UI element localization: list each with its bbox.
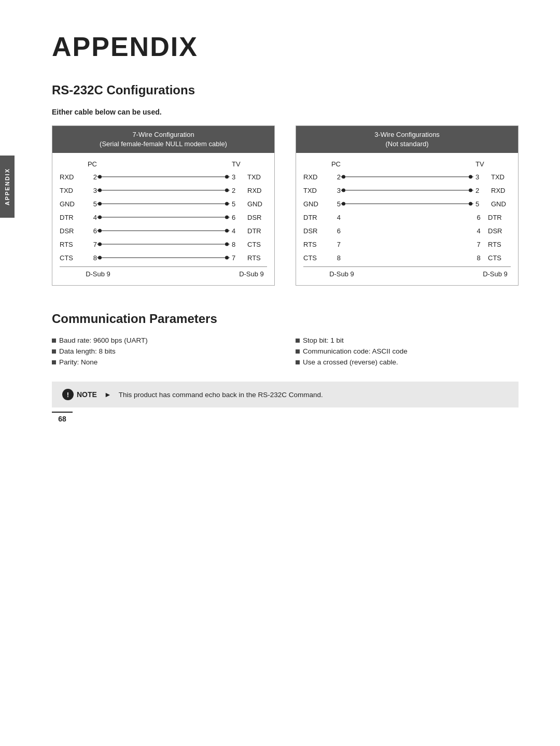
comm-params-title: Communication Parameters [52, 312, 519, 326]
wire-row-3-1: RXD 2 3 TXD [303, 171, 511, 182]
page-title: APPENDIX [52, 31, 519, 62]
left-label-3-1: RXD [303, 173, 326, 181]
config-7wire-body: PC TV RXD 2 3 TXD [52, 153, 274, 285]
wiring-section: 7-Wire Configuration (Serial female-fema… [52, 125, 519, 286]
bullet-cable [296, 360, 300, 364]
tv-pin-3-2: 2 [473, 187, 488, 194]
param-comm-code: Communication code: ASCII code [296, 347, 519, 355]
config-3wire: 3-Wire Configurations (Not standard) PC … [296, 125, 519, 286]
param-cable-text: Use a crossed (reverse) cable. [303, 358, 398, 366]
left-label-7-4: DTR [60, 214, 82, 221]
pc-pin-3-4: 4 [326, 214, 341, 221]
pc-pin-7-7: 8 [82, 254, 97, 262]
dsub-pc-7: D-Sub 9 [82, 270, 114, 278]
tv-label-7wire: TV [230, 160, 244, 168]
wire-7-2 [97, 186, 230, 194]
param-parity: Parity: None [52, 358, 275, 366]
wire-row-3-2: TXD 3 2 RXD [303, 185, 511, 196]
left-label-3-6: RTS [303, 241, 326, 248]
left-label-3-3: GND [303, 200, 326, 208]
wire-7-1 [97, 173, 230, 181]
left-label-3-4: DTR [303, 214, 326, 221]
dsub-tv-3: D-Sub 9 [480, 270, 511, 278]
sidebar: APPENDIX [0, 156, 15, 218]
left-label-7-3: GND [60, 200, 82, 208]
config-7wire-title: 7-Wire Configuration [58, 130, 269, 139]
wire-3-2 [341, 186, 473, 194]
pc-pin-3-7: 8 [326, 254, 341, 262]
tv-pin-7-6: 8 [230, 241, 244, 248]
wire-7-6 [97, 240, 230, 248]
note-word: NOTE [77, 390, 97, 399]
rs232-section-title: RS-232C Configurations [52, 83, 519, 97]
param-stop-bit: Stop bit: 1 bit [296, 336, 519, 344]
comm-params-grid: Baud rate: 9600 bps (UART) Stop bit: 1 b… [52, 336, 519, 366]
pc-pin-7-1: 2 [82, 173, 97, 181]
bullet-stop [296, 339, 300, 343]
wire-row-7-2: TXD 3 2 RXD [60, 185, 267, 196]
param-baud-text: Baud rate: 9600 bps (UART) [59, 336, 148, 344]
wire-row-3-3: GND 5 5 GND [303, 198, 511, 209]
right-label-3-4: DTR [488, 214, 511, 221]
wire-7-7 [97, 254, 230, 262]
tv-pin-3-7: 8 [473, 254, 484, 262]
right-label-7-1: TXD [244, 173, 267, 181]
wire-row-7-6: RTS 7 8 CTS [60, 238, 267, 250]
tv-pin-3-5: 4 [473, 227, 484, 235]
dsub-3wire: D-Sub 9 D-Sub 9 [303, 266, 511, 278]
dsub-pc-3: D-Sub 9 [326, 270, 357, 278]
tv-pin-7-1: 3 [230, 173, 244, 181]
right-label-7-4: DSR [244, 214, 267, 221]
comm-params-section: Communication Parameters Baud rate: 9600… [52, 312, 519, 366]
config-7wire-subtitle: (Serial female-female NULL modem cable) [58, 139, 269, 149]
tv-label-3wire: TV [473, 160, 488, 168]
tv-pin-3-4: 6 [473, 214, 484, 221]
left-label-7-7: CTS [60, 254, 82, 262]
right-label-3-3: GND [488, 200, 511, 208]
param-parity-text: Parity: None [59, 358, 97, 366]
wire-row-7-7: CTS 8 7 RTS [60, 252, 267, 263]
tv-pin-7-5: 4 [230, 227, 244, 235]
bullet-data [52, 349, 56, 354]
right-label-3-7: CTS [488, 254, 511, 262]
wire-row-3-5: DSR 6 4 DSR [303, 225, 511, 236]
note-arrow-icon: ► [104, 390, 111, 399]
wire-row-7-3: GND 5 5 GND [60, 198, 267, 209]
tv-pin-7-7: 7 [230, 254, 244, 262]
tv-pin-3-3: 5 [473, 200, 488, 208]
param-cable: Use a crossed (reverse) cable. [296, 358, 519, 366]
left-label-7-6: RTS [60, 241, 82, 248]
tv-pin-3-6: 7 [473, 241, 484, 248]
pc-pin-7-5: 6 [82, 227, 97, 235]
wire-row-3-6: RTS 7 7 RTS [303, 238, 511, 250]
left-label-3-7: CTS [303, 254, 326, 262]
tv-pin-7-3: 5 [230, 200, 244, 208]
page-number: 68 [52, 412, 73, 423]
pc-label-7wire: PC [82, 160, 97, 168]
cable-note: Either cable below can be used. [52, 108, 519, 116]
pc-pin-3-1: 2 [326, 173, 341, 181]
right-label-3-2: RXD [488, 187, 511, 194]
pc-pin-3-6: 7 [326, 241, 341, 248]
wire-row-7-4: DTR 4 6 DSR [60, 212, 267, 223]
left-label-7-1: RXD [60, 173, 82, 181]
note-circle-icon: ! [62, 389, 74, 400]
pc-pin-7-6: 7 [82, 241, 97, 248]
bullet-comm [296, 349, 300, 354]
right-label-7-3: GND [244, 200, 267, 208]
wire-7-3 [97, 200, 230, 208]
config-7wire-header: 7-Wire Configuration (Serial female-fema… [52, 126, 274, 153]
note-box: ! NOTE ► This product has command echo b… [52, 382, 519, 407]
right-label-7-5: DTR [244, 227, 267, 235]
left-label-7-5: DSR [60, 227, 82, 235]
param-data-length: Data length: 8 bits [52, 347, 275, 355]
wire-7-4 [97, 213, 230, 221]
page-container: APPENDIX APPENDIX RS-232C Configurations… [0, 0, 560, 439]
config-3wire-body: PC TV RXD 2 3 TXD [296, 153, 518, 285]
bullet-parity [52, 360, 56, 364]
config-7wire: 7-Wire Configuration (Serial female-fema… [52, 125, 275, 286]
bullet-baud [52, 339, 56, 343]
note-label: ! NOTE [62, 389, 97, 400]
config-3wire-header: 3-Wire Configurations (Not standard) [296, 126, 518, 153]
dsub-tv-7: D-Sub 9 [236, 270, 267, 278]
